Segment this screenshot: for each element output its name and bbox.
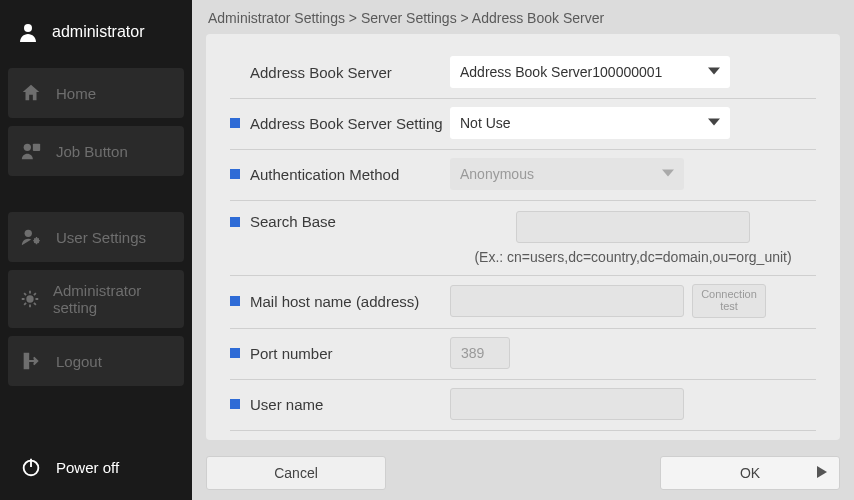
current-user: administrator bbox=[0, 0, 192, 64]
breadcrumb-sep: > bbox=[349, 10, 357, 26]
row-search-base: Search Base (Ex.: cn=users,dc=country,dc… bbox=[230, 201, 816, 276]
field-label: Address Book Server bbox=[250, 64, 450, 81]
bullet-icon bbox=[230, 399, 240, 409]
row-mail-host: Mail host name (address) Connection test bbox=[230, 276, 816, 329]
button-label: Cancel bbox=[274, 465, 318, 481]
svg-point-5 bbox=[27, 296, 33, 302]
row-user-name: User name bbox=[230, 380, 816, 431]
user-settings-icon bbox=[18, 224, 44, 250]
footer-actions: Cancel OK bbox=[192, 448, 854, 500]
breadcrumb-sep: > bbox=[461, 10, 469, 26]
sidebar-item-power-off[interactable]: Power off bbox=[8, 442, 184, 492]
row-password: Password Register / Change password bbox=[230, 431, 816, 440]
field-label: Address Book Server Setting bbox=[250, 115, 450, 132]
svg-point-0 bbox=[24, 24, 32, 32]
sidebar-item-label: Job Button bbox=[56, 143, 128, 160]
bullet-icon bbox=[230, 217, 240, 227]
chevron-down-icon bbox=[708, 64, 720, 80]
user-name-input bbox=[450, 388, 684, 420]
row-address-book-server: Address Book Server Address Book Server1… bbox=[230, 48, 816, 99]
main-panel: Administrator Settings > Server Settings… bbox=[192, 0, 854, 500]
chevron-down-icon bbox=[662, 166, 674, 182]
logout-icon bbox=[18, 348, 44, 374]
sidebar-item-user-settings[interactable]: User Settings bbox=[8, 212, 184, 262]
row-server-setting: Address Book Server Setting Not Use bbox=[230, 99, 816, 150]
field-label: User name bbox=[250, 396, 450, 413]
bullet-icon bbox=[230, 169, 240, 179]
svg-rect-2 bbox=[33, 144, 40, 151]
bullet-icon bbox=[230, 296, 240, 306]
sidebar-item-label: Logout bbox=[56, 353, 102, 370]
sidebar-item-admin-setting[interactable]: Administrator setting bbox=[8, 270, 184, 328]
select-value: Not Use bbox=[460, 115, 511, 131]
bullet-icon bbox=[230, 348, 240, 358]
ok-button[interactable]: OK bbox=[660, 456, 840, 490]
sidebar-item-label: Administrator setting bbox=[53, 282, 174, 316]
breadcrumb-part: Address Book Server bbox=[472, 10, 604, 26]
button-label: OK bbox=[740, 465, 760, 481]
breadcrumb: Administrator Settings > Server Settings… bbox=[192, 0, 854, 34]
server-setting-select[interactable]: Not Use bbox=[450, 107, 730, 139]
auth-method-select: Anonymous bbox=[450, 158, 684, 190]
port-input bbox=[450, 337, 510, 369]
arrow-right-icon bbox=[817, 465, 827, 481]
select-value: Address Book Server100000001 bbox=[460, 64, 662, 80]
svg-point-1 bbox=[24, 144, 31, 151]
job-button-icon bbox=[18, 138, 44, 164]
field-label: Port number bbox=[250, 345, 450, 362]
sidebar-item-label: User Settings bbox=[56, 229, 146, 246]
sidebar-item-logout[interactable]: Logout bbox=[8, 336, 184, 386]
chevron-down-icon bbox=[708, 115, 720, 131]
svg-point-3 bbox=[25, 230, 32, 237]
mail-host-input bbox=[450, 285, 684, 317]
power-icon bbox=[18, 454, 44, 480]
sidebar: administrator Home Job Button User Setti… bbox=[0, 0, 192, 500]
bullet-icon bbox=[230, 118, 240, 128]
sidebar-item-label: Power off bbox=[56, 459, 119, 476]
sidebar-item-home[interactable]: Home bbox=[8, 68, 184, 118]
row-auth-method: Authentication Method Anonymous bbox=[230, 150, 816, 201]
form-panel: Address Book Server Address Book Server1… bbox=[206, 34, 840, 440]
home-icon bbox=[18, 80, 44, 106]
row-port: Port number bbox=[230, 329, 816, 380]
cancel-button[interactable]: Cancel bbox=[206, 456, 386, 490]
connection-test-button: Connection test bbox=[692, 284, 766, 318]
user-icon bbox=[14, 18, 42, 46]
field-label: Mail host name (address) bbox=[250, 293, 450, 310]
current-user-label: administrator bbox=[52, 23, 144, 41]
search-base-hint: (Ex.: cn=users,dc=country,dc=domain,ou=o… bbox=[474, 249, 791, 265]
field-label: Authentication Method bbox=[250, 166, 450, 183]
breadcrumb-part: Server Settings bbox=[361, 10, 457, 26]
sidebar-item-label: Home bbox=[56, 85, 96, 102]
address-book-server-select[interactable]: Address Book Server100000001 bbox=[450, 56, 730, 88]
breadcrumb-part: Administrator Settings bbox=[208, 10, 345, 26]
sidebar-item-job-button[interactable]: Job Button bbox=[8, 126, 184, 176]
field-label: Search Base bbox=[250, 213, 450, 230]
select-value: Anonymous bbox=[460, 166, 534, 182]
gear-icon bbox=[18, 286, 41, 312]
search-base-input bbox=[516, 211, 750, 243]
